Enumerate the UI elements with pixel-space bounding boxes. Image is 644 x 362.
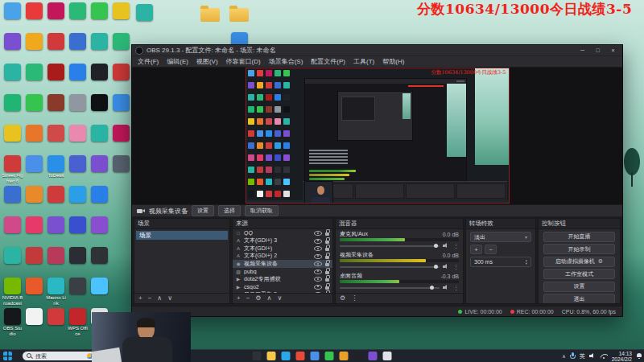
more-icon[interactable]: ⋮ (453, 243, 459, 249)
volume-icon[interactable] (589, 352, 597, 360)
menu-item[interactable]: 配置文件(P) (307, 57, 349, 66)
source-row[interactable]: ▶csgo2 (233, 283, 332, 291)
desktop-icon[interactable] (67, 2, 89, 32)
source-up-button[interactable]: ∧ (267, 295, 272, 302)
add-source-button[interactable]: + (237, 295, 241, 302)
desktop-icon[interactable]: Maono Link (45, 277, 67, 307)
source-properties-button[interactable]: ⚙ (255, 295, 261, 302)
desktop-icon[interactable] (89, 154, 110, 185)
close-button[interactable]: × (607, 46, 619, 55)
app-dark-icon[interactable] (253, 352, 262, 360)
lock-icon[interactable] (324, 275, 330, 282)
source-row[interactable]: ▨pubg (233, 268, 332, 276)
menu-item[interactable]: 视图(V) (192, 57, 222, 66)
desktop-icon[interactable] (2, 2, 23, 32)
control-button[interactable]: 开始直播 (543, 232, 615, 242)
wechat-icon[interactable] (325, 352, 334, 360)
volume-slider-knob[interactable] (434, 265, 438, 269)
desktop-icon[interactable] (89, 124, 110, 154)
remove-transition-button[interactable]: − (485, 245, 497, 254)
desktop-icon[interactable]: WPS Office (67, 307, 89, 338)
desktop-icon[interactable] (67, 277, 89, 307)
transition-select[interactable]: 淡出 ▾ (470, 232, 531, 242)
desktop-icon[interactable] (23, 154, 45, 185)
desktop-icon[interactable] (2, 246, 23, 277)
source-row[interactable]: A文本(GDI+) 3 (233, 237, 332, 245)
desktop-icon[interactable] (110, 93, 132, 124)
taskbar-clock[interactable]: 14:13 2024/2/2 (612, 351, 632, 362)
desktop-icon[interactable]: Street Fighter 6 (2, 154, 23, 185)
lock-icon[interactable] (324, 260, 330, 267)
desktop-icon[interactable] (89, 93, 110, 124)
desktop-icon[interactable] (45, 307, 67, 338)
desktop-icon[interactable] (134, 4, 155, 28)
visibility-icon[interactable] (314, 245, 322, 252)
desktop-icon[interactable] (23, 216, 45, 246)
menu-item[interactable]: 场景集合(S) (265, 57, 308, 66)
desktop-icon[interactable] (45, 124, 67, 154)
desktop-icon[interactable] (2, 185, 23, 216)
visibility-icon[interactable] (314, 229, 322, 237)
desktop-icon[interactable] (45, 2, 67, 32)
maximize-button[interactable]: □ (592, 46, 604, 55)
start-button[interactable] (3, 352, 12, 360)
source-toolbar-button[interactable]: 选择 (218, 205, 241, 216)
preview-canvas[interactable]: 分数10634/13000今日战绩3-5 (246, 68, 509, 203)
microphone-icon[interactable] (570, 352, 576, 360)
app-blue-icon[interactable] (311, 352, 320, 360)
lock-icon[interactable] (324, 237, 330, 245)
visibility-icon[interactable] (314, 260, 322, 267)
add-transition-button[interactable]: + (470, 245, 482, 254)
tray-chevron-up-icon[interactable]: ∧ (562, 353, 565, 359)
lock-icon[interactable] (324, 245, 330, 252)
desktop-icon[interactable] (45, 216, 67, 246)
desktop-icon[interactable]: OBS Studio (2, 307, 23, 338)
desktop-icon[interactable] (110, 124, 132, 154)
desktop-icon[interactable] (89, 185, 110, 216)
spinner-arrows-icon[interactable]: ▴▾ (526, 259, 527, 265)
control-button[interactable]: 退出 (543, 294, 615, 303)
control-button[interactable]: 设置 (543, 282, 615, 292)
desktop-icon[interactable] (89, 246, 110, 277)
desktop-icon[interactable] (23, 124, 45, 154)
source-toolbar-button[interactable]: 取消获取 (245, 205, 279, 216)
visibility-icon[interactable] (314, 268, 322, 275)
desktop-icon[interactable] (89, 216, 110, 246)
desktop-icon[interactable] (23, 307, 45, 338)
ime-language-indicator[interactable]: 英 (580, 352, 585, 360)
obs-icon[interactable] (354, 352, 363, 360)
taskbar-search[interactable]: 搜索 (23, 352, 97, 360)
remove-source-button[interactable]: − (246, 295, 250, 302)
volume-slider[interactable] (340, 266, 440, 268)
app-orange-icon[interactable] (340, 352, 349, 360)
browser-edge-icon[interactable] (282, 352, 291, 360)
notification-icon[interactable] (636, 352, 642, 360)
speaker-icon[interactable] (443, 284, 450, 291)
visibility-icon[interactable] (314, 253, 322, 260)
desktop-icon[interactable] (89, 277, 110, 307)
browser-chrome-icon[interactable] (296, 352, 305, 360)
lock-icon[interactable] (324, 268, 330, 275)
lock-icon[interactable] (324, 253, 330, 260)
transition-duration-spinbox[interactable]: 300 ms ▴▾ (470, 257, 531, 267)
visibility-icon[interactable] (314, 237, 322, 245)
desktop-icon[interactable] (67, 32, 89, 63)
desktop-icon[interactable] (23, 277, 45, 307)
desktop-icon[interactable] (67, 185, 89, 216)
desktop-icon[interactable] (23, 63, 45, 93)
desktop-icon[interactable] (2, 93, 23, 124)
desktop-icon[interactable] (45, 246, 67, 277)
menu-item[interactable]: 停靠窗口(D) (222, 57, 265, 66)
desktop-icon[interactable] (23, 32, 45, 63)
volume-slider-knob[interactable] (430, 286, 434, 290)
menu-item[interactable]: 编辑(E) (163, 57, 192, 66)
lock-icon[interactable] (324, 229, 330, 237)
volume-slider-knob[interactable] (434, 244, 438, 248)
visibility-icon[interactable] (314, 283, 322, 290)
desktop-icon[interactable] (110, 154, 132, 185)
desktop-icon[interactable] (110, 2, 132, 32)
desktop-icon[interactable] (45, 93, 67, 124)
desktop-icon[interactable] (110, 32, 132, 63)
source-row[interactable]: A文本(GDI+) (233, 245, 332, 253)
desktop-icon[interactable] (45, 63, 67, 93)
